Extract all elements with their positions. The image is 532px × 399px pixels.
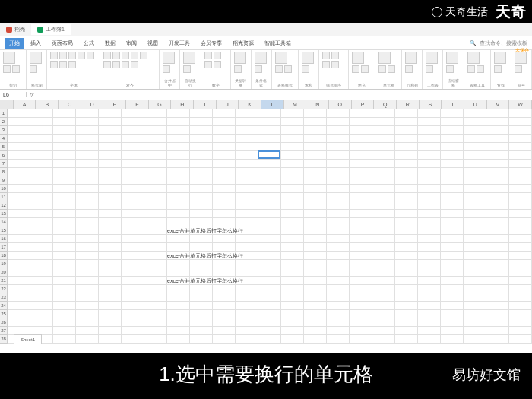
cell[interactable] bbox=[122, 243, 144, 252]
cell[interactable] bbox=[418, 126, 441, 135]
cell[interactable] bbox=[144, 310, 167, 318]
cell[interactable] bbox=[350, 285, 372, 293]
cell[interactable] bbox=[350, 260, 372, 268]
cell[interactable] bbox=[99, 168, 122, 176]
cell[interactable] bbox=[258, 109, 281, 118]
cell[interactable] bbox=[350, 335, 372, 344]
menu-layout[interactable]: 页面布局 bbox=[47, 38, 78, 49]
ribbon-button-icon[interactable] bbox=[378, 65, 386, 73]
cell[interactable] bbox=[327, 151, 350, 160]
cell[interactable] bbox=[167, 285, 190, 293]
row-header[interactable]: 18 bbox=[0, 252, 8, 260]
cell[interactable] bbox=[53, 126, 76, 135]
cell[interactable] bbox=[304, 302, 327, 310]
cell[interactable] bbox=[327, 118, 350, 126]
ribbon-button-icon[interactable] bbox=[352, 65, 359, 73]
cell[interactable] bbox=[327, 226, 350, 235]
cell[interactable] bbox=[53, 277, 76, 285]
cell[interactable] bbox=[486, 285, 509, 293]
cell[interactable] bbox=[350, 293, 372, 302]
cell[interactable] bbox=[281, 218, 304, 226]
cell[interactable] bbox=[441, 109, 464, 118]
cell[interactable] bbox=[327, 310, 350, 318]
cell[interactable] bbox=[53, 327, 76, 335]
cell[interactable] bbox=[350, 160, 372, 168]
cell[interactable] bbox=[395, 277, 418, 285]
cell[interactable] bbox=[122, 143, 144, 151]
cell[interactable] bbox=[167, 193, 190, 201]
cell[interactable] bbox=[441, 185, 464, 193]
ribbon-button-icon[interactable] bbox=[426, 52, 438, 64]
cell[interactable] bbox=[53, 293, 76, 302]
cell[interactable] bbox=[99, 126, 122, 135]
cell[interactable] bbox=[236, 160, 258, 168]
cell[interactable] bbox=[304, 176, 327, 185]
ribbon-button-icon[interactable] bbox=[302, 65, 309, 73]
cell[interactable] bbox=[99, 151, 122, 160]
cell[interactable] bbox=[395, 143, 418, 151]
cell[interactable] bbox=[236, 118, 258, 126]
cell[interactable] bbox=[53, 310, 76, 318]
cell[interactable] bbox=[144, 218, 167, 226]
cell[interactable] bbox=[509, 226, 532, 235]
cell[interactable] bbox=[99, 218, 122, 226]
cell[interactable] bbox=[372, 277, 395, 285]
cell[interactable] bbox=[190, 118, 213, 126]
cell[interactable] bbox=[8, 193, 30, 201]
cell[interactable] bbox=[418, 109, 441, 118]
cell[interactable] bbox=[144, 268, 167, 277]
cell[interactable] bbox=[464, 218, 486, 226]
cell[interactable] bbox=[327, 218, 350, 226]
cell[interactable] bbox=[122, 335, 144, 344]
cell[interactable] bbox=[304, 318, 327, 327]
cell[interactable] bbox=[76, 293, 99, 302]
cell[interactable] bbox=[144, 335, 167, 344]
ribbon-button-icon[interactable] bbox=[30, 52, 42, 64]
cell[interactable] bbox=[441, 260, 464, 268]
cell[interactable] bbox=[30, 260, 53, 268]
cell[interactable] bbox=[8, 201, 30, 210]
cell[interactable] bbox=[53, 109, 76, 118]
cell[interactable] bbox=[486, 118, 509, 126]
cell[interactable] bbox=[144, 185, 167, 193]
cell[interactable] bbox=[190, 135, 213, 143]
ribbon-button-icon[interactable] bbox=[331, 61, 339, 68]
ribbon-button-icon[interactable] bbox=[275, 52, 287, 64]
cell[interactable] bbox=[441, 327, 464, 335]
cell[interactable] bbox=[213, 335, 236, 344]
cell[interactable] bbox=[99, 160, 122, 168]
cell[interactable] bbox=[281, 260, 304, 268]
column-header[interactable]: F bbox=[126, 100, 149, 109]
cell[interactable] bbox=[30, 302, 53, 310]
cell[interactable] bbox=[281, 168, 304, 176]
cell[interactable] bbox=[190, 243, 213, 252]
cell[interactable] bbox=[281, 293, 304, 302]
ribbon-button-icon[interactable] bbox=[122, 52, 129, 59]
cell[interactable] bbox=[144, 210, 167, 218]
cell[interactable] bbox=[99, 293, 122, 302]
cell[interactable] bbox=[76, 235, 99, 243]
row-header[interactable]: 23 bbox=[0, 293, 8, 302]
cell[interactable] bbox=[30, 318, 53, 327]
cell[interactable] bbox=[99, 185, 122, 193]
menu-smart[interactable]: 智能工具箱 bbox=[260, 38, 296, 49]
row-header[interactable]: 28 bbox=[0, 335, 8, 344]
ribbon-button-icon[interactable] bbox=[302, 52, 314, 64]
cell[interactable] bbox=[464, 210, 486, 218]
cell[interactable] bbox=[213, 135, 236, 143]
cell[interactable] bbox=[486, 260, 509, 268]
cell[interactable] bbox=[30, 126, 53, 135]
cell[interactable] bbox=[213, 109, 236, 118]
cell[interactable] bbox=[281, 109, 304, 118]
ribbon-button-icon[interactable] bbox=[214, 52, 221, 59]
cell[interactable] bbox=[53, 335, 76, 344]
cell[interactable] bbox=[441, 118, 464, 126]
row-header[interactable]: 4 bbox=[0, 135, 8, 143]
cell[interactable] bbox=[509, 109, 532, 118]
cell[interactable] bbox=[53, 193, 76, 201]
menu-formula[interactable]: 公式 bbox=[79, 38, 99, 49]
cell[interactable] bbox=[509, 335, 532, 344]
cell[interactable] bbox=[464, 126, 486, 135]
cell[interactable] bbox=[372, 318, 395, 327]
cell[interactable] bbox=[76, 118, 99, 126]
